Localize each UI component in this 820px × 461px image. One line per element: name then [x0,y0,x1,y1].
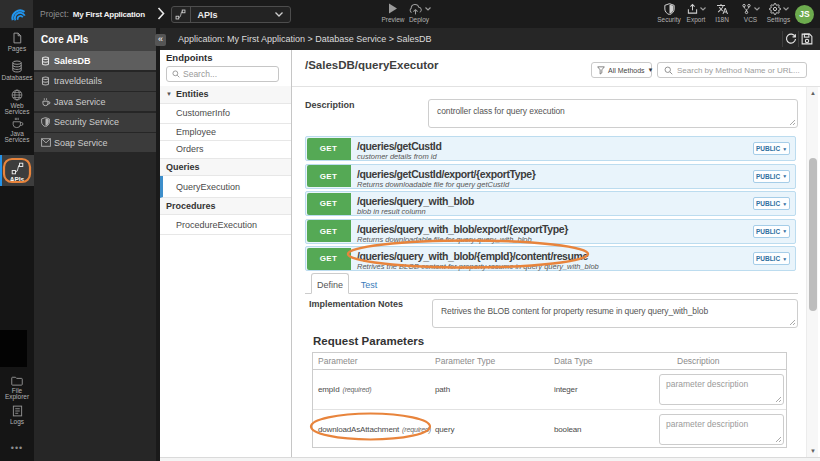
app-logo[interactable] [0,0,33,28]
param-name: downloadAsAttachment [318,425,399,434]
endpoint-row[interactable]: GET /queries/query_with_blob/export/{exp… [305,219,796,244]
caret-down-icon: ▼ [782,228,787,234]
param-name: empId [318,385,340,394]
i18n-button[interactable]: I18N [710,2,734,26]
visibility-dropdown[interactable]: PUBLIC▼ [753,170,790,183]
scrollbar-thumb[interactable] [809,158,817,311]
tab-define[interactable]: Define [311,273,349,295]
service-icon [40,97,51,107]
vcs-label: VCS [744,16,757,23]
visibility-dropdown[interactable]: PUBLIC▼ [753,252,790,265]
endpoints-search-input[interactable] [183,69,273,79]
rail-label: APIs [10,177,24,183]
security-button[interactable]: Security [655,2,683,26]
resize-grip-icon[interactable] [789,119,796,126]
chevron-down-icon [425,7,431,11]
description-textarea[interactable]: controller class for query execution [428,99,798,128]
module-dropdown[interactable]: APIs [171,6,291,23]
sidebar-item-logs[interactable]: Logs [0,405,34,425]
resize-grip-icon[interactable] [789,319,796,326]
tree-section-queries[interactable]: Queries [160,159,291,177]
avatar-initials: JS [799,9,809,19]
search-icon [172,70,180,78]
endpoint-row-annotated[interactable]: GET /queries/query_with_blob/{empId}/con… [305,246,796,271]
resize-grip-icon[interactable] [775,396,782,403]
caret-down-icon: ▼ [782,146,787,152]
scroll-down-arrow[interactable]: ▼ [807,445,819,457]
visibility-value: PUBLIC [756,255,780,262]
horizontal-scrollbar-track[interactable] [160,457,820,461]
tree-section-entities[interactable]: ▼ Entities [160,86,291,104]
export-button[interactable]: Export [684,2,708,26]
refresh-button[interactable] [785,33,797,45]
data-type-value: integer [554,385,577,394]
collapse-panel-button[interactable]: « [155,34,166,46]
database-icon [41,56,50,66]
sidebar-item-java-services[interactable]: JavaServices [0,116,34,143]
deploy-button[interactable]: Deploy [405,2,433,26]
rail-more-button[interactable]: ••• [0,443,34,453]
visibility-value: PUBLIC [756,173,780,180]
core-apis-header: Core APIs [34,28,156,51]
resize-grip-icon[interactable] [775,436,782,443]
export-icon [687,3,698,15]
tree-section-procedures[interactable]: Procedures [160,198,291,215]
tree-section-label: Entities [176,89,209,99]
service-item-security-service[interactable]: Security Service [34,113,156,132]
service-item-label: Soap Service [54,138,108,148]
param-description-placeholder: parameter description [666,419,748,429]
scroll-up-arrow[interactable]: ▲ [807,87,819,99]
rail-label: FileExplorer [5,388,29,400]
tree-item-queryexecution[interactable]: QueryExecution [160,176,291,198]
rail-label: Logs [10,419,24,425]
visibility-dropdown[interactable]: PUBLIC▼ [753,197,790,210]
tree-item-customerinfo[interactable]: CustomerInfo [160,104,291,124]
method-search-input[interactable] [677,66,806,75]
method-search[interactable] [657,62,807,78]
visibility-dropdown[interactable]: PUBLIC▼ [753,142,790,155]
endpoint-row[interactable]: GET /queries/query_with_blob blob in res… [305,191,796,216]
tree-item-procedureexecution[interactable]: ProcedureExecution [160,215,291,235]
settings-button[interactable]: Settings [764,2,793,26]
save-button[interactable] [801,33,813,45]
endpoint-row[interactable]: GET /queries/getCustId/export/{exportTyp… [305,164,796,189]
service-item-label: Java Service [54,97,106,107]
main-content: /SalesDB/queryExecutor All Methods ▼ Des… [292,50,820,461]
sidebar-item-apis[interactable]: APIs [0,162,34,183]
methods-filter-dropdown[interactable]: All Methods ▼ [591,62,652,78]
service-item-salesdb[interactable]: SalesDB [34,51,156,70]
preview-label: Preview [381,16,404,23]
divider [292,86,820,87]
visibility-dropdown[interactable]: PUBLIC▼ [753,225,790,238]
project-label: Project: [40,9,69,19]
preview-button[interactable]: Preview [380,2,406,26]
divider [782,31,783,47]
tree-section-label: Procedures [166,201,216,211]
service-item-traveldetails[interactable]: traveldetails [34,72,156,91]
application-breadcrumb-bar: Application: My First Application > Data… [160,28,820,50]
implementation-notes-textarea[interactable]: Retrives the BLOB content for property r… [432,299,798,328]
param-type-value: query [435,425,454,434]
tree-item-orders[interactable]: Orders [160,141,291,159]
user-avatar[interactable]: JS [795,5,814,24]
vcs-button[interactable]: VCS [738,2,763,26]
sidebar-item-file-explorer[interactable]: FileExplorer [0,376,34,400]
sidebar-item-databases[interactable]: Databases [0,60,34,81]
tab-define-label: Define [317,280,343,290]
endpoint-row[interactable]: GET /queries/getCustId customer details … [305,136,796,161]
endpoint-summary: Returns downloadable file for query getC… [357,180,509,189]
vertical-scrollbar[interactable]: ▲ ▼ [806,87,818,457]
param-description-textarea[interactable]: parameter description [659,374,784,405]
sidebar-item-web-services[interactable]: WebServices [0,89,34,115]
service-item-java-service[interactable]: Java Service [34,92,156,111]
sidebar-item-pages[interactable]: Pages [0,32,34,52]
tree-item-employee[interactable]: Employee [160,124,291,142]
tab-test[interactable]: Test [354,273,384,294]
icon-row [388,2,398,15]
project-name: My First Application [73,10,145,19]
icon-row [716,2,729,15]
endpoints-search[interactable] [166,66,279,82]
method-get-badge: GET [307,165,351,187]
param-description-textarea[interactable]: parameter description [659,414,784,445]
service-item-soap-service[interactable]: Soap Service [34,133,156,152]
